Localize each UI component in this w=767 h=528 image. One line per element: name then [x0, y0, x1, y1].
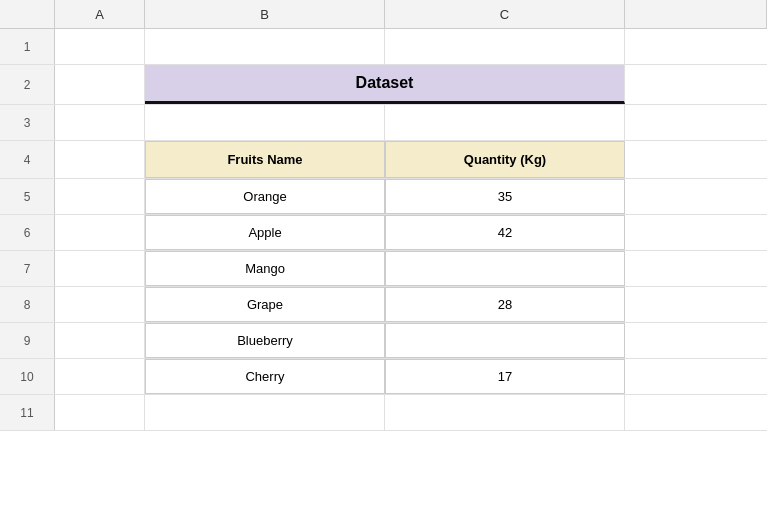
- cell-5a[interactable]: [55, 179, 145, 214]
- row-num-4: 4: [0, 141, 55, 178]
- cell-cherry-name[interactable]: Cherry: [145, 359, 385, 394]
- cell-9a[interactable]: [55, 323, 145, 358]
- cell-mango-name[interactable]: Mango: [145, 251, 385, 286]
- cell-5d[interactable]: [625, 179, 767, 214]
- cell-3d[interactable]: [625, 105, 767, 140]
- cell-4d[interactable]: [625, 141, 767, 178]
- cell-11d[interactable]: [625, 395, 767, 430]
- col-headers: A B C: [0, 0, 767, 29]
- cell-3c[interactable]: [385, 105, 625, 140]
- row-num-7: 7: [0, 251, 55, 286]
- col-header-b[interactable]: B: [145, 0, 385, 28]
- cell-1c[interactable]: [385, 29, 625, 64]
- cell-mango-qty[interactable]: [385, 251, 625, 286]
- cell-7d[interactable]: [625, 251, 767, 286]
- cell-10d[interactable]: [625, 359, 767, 394]
- cell-11a[interactable]: [55, 395, 145, 430]
- row-8: 8 Grape 28: [0, 287, 767, 323]
- row-5: 5 Orange 35: [0, 179, 767, 215]
- col-header-c[interactable]: C: [385, 0, 625, 28]
- row-1: 1: [0, 29, 767, 65]
- cell-blueberry-name[interactable]: Blueberry: [145, 323, 385, 358]
- col-header-d[interactable]: [625, 0, 767, 28]
- cell-6a[interactable]: [55, 215, 145, 250]
- cell-1a[interactable]: [55, 29, 145, 64]
- cell-1b[interactable]: [145, 29, 385, 64]
- cell-1d[interactable]: [625, 29, 767, 64]
- cell-apple-name[interactable]: Apple: [145, 215, 385, 250]
- row-num-6: 6: [0, 215, 55, 250]
- cell-8a[interactable]: [55, 287, 145, 322]
- col-header-a[interactable]: A: [55, 0, 145, 28]
- cell-grape-name[interactable]: Grape: [145, 287, 385, 322]
- cell-blueberry-qty[interactable]: [385, 323, 625, 358]
- cell-9d[interactable]: [625, 323, 767, 358]
- row-num-8: 8: [0, 287, 55, 322]
- cell-orange-name[interactable]: Orange: [145, 179, 385, 214]
- cell-orange-qty[interactable]: 35: [385, 179, 625, 214]
- row-10: 10 Cherry 17: [0, 359, 767, 395]
- row-num-3: 3: [0, 105, 55, 140]
- spreadsheet: A B C 1 2 Dataset 3: [0, 0, 767, 528]
- cell-7a[interactable]: [55, 251, 145, 286]
- row-num-5: 5: [0, 179, 55, 214]
- row-7: 7 Mango: [0, 251, 767, 287]
- spreadsheet-body: 1 2 Dataset 3 4 Fruits Name Quantity (K: [0, 29, 767, 528]
- row-9: 9 Blueberry: [0, 323, 767, 359]
- cell-grape-qty[interactable]: 28: [385, 287, 625, 322]
- row-4: 4 Fruits Name Quantity (Kg): [0, 141, 767, 179]
- cell-8d[interactable]: [625, 287, 767, 322]
- row-11: 11: [0, 395, 767, 431]
- row-num-2: 2: [0, 65, 55, 104]
- cell-2d[interactable]: [625, 65, 767, 104]
- corner-cell: [0, 0, 55, 28]
- row-num-9: 9: [0, 323, 55, 358]
- cell-3a[interactable]: [55, 105, 145, 140]
- row-2: 2 Dataset: [0, 65, 767, 105]
- cell-11c[interactable]: [385, 395, 625, 430]
- cell-quantity-header[interactable]: Quantity (Kg): [385, 141, 625, 178]
- cell-fruits-header[interactable]: Fruits Name: [145, 141, 385, 178]
- row-num-11: 11: [0, 395, 55, 430]
- cell-apple-qty[interactable]: 42: [385, 215, 625, 250]
- row-3: 3: [0, 105, 767, 141]
- cell-cherry-qty[interactable]: 17: [385, 359, 625, 394]
- cell-4a[interactable]: [55, 141, 145, 178]
- cell-3b[interactable]: [145, 105, 385, 140]
- cell-2a[interactable]: [55, 65, 145, 104]
- cell-6d[interactable]: [625, 215, 767, 250]
- row-num-1: 1: [0, 29, 55, 64]
- row-6: 6 Apple 42: [0, 215, 767, 251]
- cell-dataset-title[interactable]: Dataset: [145, 65, 625, 104]
- cell-11b[interactable]: [145, 395, 385, 430]
- row-num-10: 10: [0, 359, 55, 394]
- cell-10a[interactable]: [55, 359, 145, 394]
